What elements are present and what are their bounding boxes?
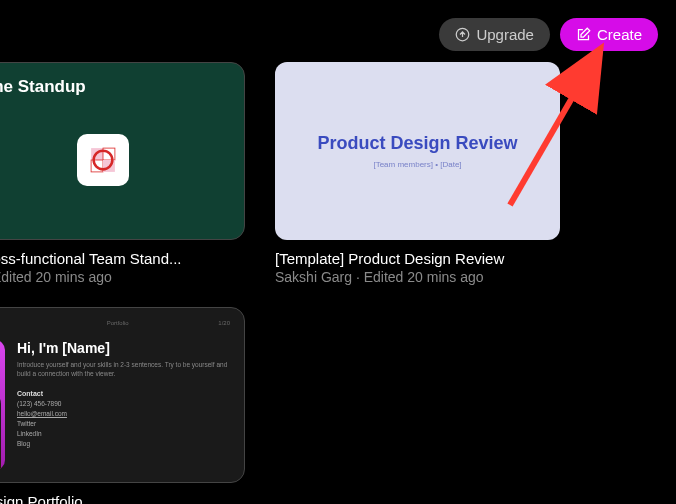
portfolio-hi: Hi, I'm [Name]: [17, 340, 230, 356]
portrait-image: [0, 340, 5, 470]
portfolio-top-center: Portfolio: [107, 320, 129, 326]
logo-icon: [77, 134, 129, 186]
card-standup[interactable]: ame Standup: [0, 62, 245, 240]
portfolio-top-right: 1/20: [218, 320, 230, 326]
card-review-thumb-title: Product Design Review: [317, 133, 517, 154]
portfolio-linkedin: LinkedIn: [17, 430, 230, 437]
portfolio-contact-heading: Contact: [17, 390, 230, 397]
card-standup-sub: arg · Edited 20 mins ago: [0, 269, 245, 285]
portfolio-blog: Blog: [17, 440, 230, 447]
card-standup-thumb-title: ame Standup: [0, 77, 226, 97]
portfolio-body: Portfolio 1/20 Hi, I'm [Name] Introduce …: [17, 320, 230, 470]
topbar: Upgrade Create: [439, 18, 658, 51]
create-button[interactable]: Create: [560, 18, 658, 51]
card-review-title: [Template] Product Design Review: [275, 250, 560, 267]
template-grid: ame Standup e] Cross-functional Team Sta…: [0, 62, 676, 504]
card-review-thumb-sub: [Team members] • [Date]: [373, 160, 461, 169]
grid-col-2: Product Design Review [Team members] • […: [275, 62, 560, 504]
create-label: Create: [597, 26, 642, 43]
card-portfolio-title: e] Design Portfolio: [0, 493, 245, 504]
card-review-meta: [Template] Product Design Review Sakshi …: [275, 250, 560, 285]
portfolio-phone: (123) 456-7890: [17, 400, 230, 407]
upgrade-icon: [455, 27, 470, 42]
card-review-sub: Sakshi Garg · Edited 20 mins ago: [275, 269, 560, 285]
card-standup-title: e] Cross-functional Team Stand...: [0, 250, 245, 267]
portfolio-intro: Introduce yourself and your skills in 2-…: [17, 360, 230, 378]
card-portfolio[interactable]: Portfolio 1/20 Hi, I'm [Name] Introduce …: [0, 307, 245, 483]
upgrade-label: Upgrade: [476, 26, 534, 43]
grid-col-1: ame Standup e] Cross-functional Team Sta…: [0, 62, 245, 504]
portfolio-twitter: Twitter: [17, 420, 230, 427]
card-portfolio-meta: e] Design Portfolio: [0, 493, 245, 504]
portfolio-email: hello@email.com: [17, 410, 230, 417]
upgrade-button[interactable]: Upgrade: [439, 18, 550, 51]
create-icon: [576, 27, 591, 42]
card-review[interactable]: Product Design Review [Team members] • […: [275, 62, 560, 240]
card-standup-meta: e] Cross-functional Team Stand... arg · …: [0, 250, 245, 285]
